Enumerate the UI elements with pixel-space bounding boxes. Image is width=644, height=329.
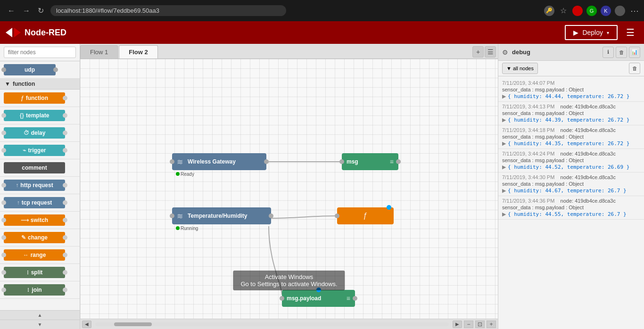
node-item-split[interactable]: ⫶ split	[0, 264, 80, 281]
ext-icon-3[interactable]: K	[601, 6, 611, 16]
forward-button[interactable]: →	[20, 6, 33, 16]
wireless-gateway-port-right	[264, 159, 269, 164]
debug-chart-button[interactable]: 📊	[629, 47, 640, 58]
node-item-comment[interactable]: comment	[0, 159, 80, 177]
debug-value-4: { humidity: 44.52, temperature: 26.69 }	[508, 164, 629, 170]
debug-value-6: { humidity: 44.55, temperature: 26.7 }	[508, 211, 627, 217]
star-icon[interactable]: ☆	[558, 6, 569, 16]
node-tcp-label: tcp request	[22, 199, 52, 206]
node-item-tcp-request[interactable]: ↑ tcp request	[0, 194, 80, 212]
all-nodes-button[interactable]: ▼ all nodes	[502, 63, 538, 74]
back-button[interactable]: ←	[5, 6, 18, 16]
node-item-function[interactable]: ƒ function	[0, 90, 80, 107]
node-delay-label: delay	[31, 130, 46, 136]
node-item-udp[interactable]: udp	[0, 61, 80, 79]
debug-entry-5: 7/11/2019, 3:44:30 PM node: 419db4ce.d8c…	[498, 173, 644, 196]
debug-node-5: node: 419db4ce.d8ca3c	[561, 174, 616, 180]
node-split-label: split	[31, 269, 43, 276]
payload-label: msg.payload	[287, 295, 344, 302]
debug-entry-3: 7/11/2019, 3:44:18 PM node: 419db4ce.d8c…	[498, 125, 644, 149]
zoom-fit-btn[interactable]: ⊡	[475, 321, 485, 328]
debug-data-3: ▶ { humidity: 44.35, temperature: 26.72 …	[502, 140, 640, 147]
debug-clear-button[interactable]: 🗑	[616, 47, 627, 58]
wireless-gateway-node[interactable]: ≋ Wireless Gateway Ready	[172, 153, 266, 170]
category-label: function	[13, 81, 35, 87]
node-change-label: change	[28, 234, 48, 241]
deploy-button[interactable]: ▶ Deploy ▾	[565, 25, 618, 40]
debug-source-4: sensor_data : msg.payload : Object	[502, 157, 640, 163]
node-item-delay[interactable]: ⏱ delay	[0, 124, 80, 142]
debug-title: debug	[512, 49, 601, 56]
debug-data-2: ▶ { humidity: 44.39, temperature: 26.72 …	[502, 117, 640, 123]
sidebar-scroll-up[interactable]: ▲	[0, 310, 80, 320]
zoom-out-btn[interactable]: −	[464, 321, 473, 328]
debug-data-6: ▶ { humidity: 44.55, temperature: 26.7 }	[502, 211, 640, 217]
debug-timestamp-2: 7/11/2019, 3:44:13 PM node: 419db4ce.d8c…	[502, 104, 640, 109]
function-selected-dot	[387, 205, 391, 210]
tabs-bar: Flow 1 Flow 2 + ☰	[80, 44, 498, 59]
debug-timestamp-5: 7/11/2019, 3:44:30 PM node: 419db4ce.d8c…	[502, 174, 640, 180]
tab-flow2[interactable]: Flow 2	[119, 45, 157, 58]
debug-arrow-6[interactable]: ▶	[502, 211, 506, 217]
node-item-switch[interactable]: ⟶ switch	[0, 212, 80, 229]
debug-value-1: { humidity: 44.44, temperature: 26.72 }	[508, 93, 629, 99]
debug-delete-button[interactable]: 🗑	[629, 63, 640, 74]
url-bar[interactable]: localhost:1880/#flow/7eddbe69.50aa3	[50, 5, 286, 16]
debug-arrow-3[interactable]: ▶	[502, 140, 506, 147]
function-node[interactable]: ƒ	[337, 207, 389, 224]
hamburger-menu[interactable]: ☰	[622, 25, 638, 40]
msg-node[interactable]: msg ≡	[342, 153, 396, 170]
add-tab-button[interactable]: +	[472, 46, 484, 58]
refresh-button[interactable]: ↻	[35, 5, 47, 16]
debug-arrow-2[interactable]: ▶	[502, 117, 506, 123]
debug-arrow-4[interactable]: ▶	[502, 164, 506, 170]
temp-port-right	[269, 214, 273, 218]
filter-nodes-input[interactable]	[4, 47, 76, 58]
ext-icon-1[interactable]	[572, 6, 583, 16]
node-item-range[interactable]: ↔ range	[0, 247, 80, 264]
debug-node-3: node: 419db4ce.d8ca3c	[561, 127, 616, 133]
wireless-gateway-port-left	[170, 159, 174, 164]
tab-flow1[interactable]: Flow 1	[80, 45, 118, 58]
scroll-left-btn[interactable]: ◀	[82, 321, 91, 328]
nr-title: Node-RED	[25, 28, 66, 38]
more-icon[interactable]: ⋯	[629, 6, 639, 16]
node-item-change[interactable]: ✎ change	[0, 229, 80, 247]
sidebar-scroll-down[interactable]: ▼	[0, 320, 80, 329]
node-join-label: join	[32, 287, 41, 293]
node-template-label: template	[26, 112, 49, 119]
debug-arrow-5[interactable]: ▶	[502, 188, 506, 194]
zoom-in-btn[interactable]: +	[487, 321, 496, 328]
node-item-http-request[interactable]: ↑ http request	[0, 177, 80, 194]
node-item-template[interactable]: {} template	[0, 107, 80, 124]
temp-status-label: Running	[181, 226, 198, 231]
debug-data-4: ▶ { humidity: 44.52, temperature: 26.69 …	[502, 164, 640, 170]
temp-humidity-node[interactable]: ≋ Temperature/Humidity Running	[172, 207, 271, 224]
ext-icon-2[interactable]: G	[586, 6, 597, 16]
browser-icons: 🔑 ☆ G K ⋯	[544, 6, 639, 16]
ext-icon-4[interactable]	[615, 6, 625, 16]
flow-canvas[interactable]: ≋ Wireless Gateway Ready msg ≡	[80, 59, 498, 319]
debug-info-button[interactable]: ℹ	[603, 47, 614, 58]
temp-port-left	[170, 214, 174, 218]
debug-content: 7/11/2019, 3:44:07 PM sensor_data : msg.…	[498, 76, 644, 329]
scroll-right-btn[interactable]: ▶	[453, 321, 462, 328]
debug-arrow-1[interactable]: ▶	[502, 93, 506, 99]
msg-payload-node[interactable]: msg.payload ≡	[282, 290, 355, 307]
payload-port-right	[353, 296, 357, 301]
category-function[interactable]: ▼ function	[0, 79, 80, 90]
node-item-join[interactable]: ⫶ join	[0, 281, 80, 299]
payload-port-left	[280, 296, 284, 301]
debug-source-2: sensor_data : msg.payload : Object	[502, 110, 640, 116]
debug-node-4: node: 419db4ce.d8ca3c	[561, 151, 616, 156]
zoom-controls: − ⊡ +	[464, 321, 496, 328]
list-tabs-button[interactable]: ☰	[485, 46, 496, 58]
debug-entry-4: 7/11/2019, 3:44:24 PM node: 419db4ce.d8c…	[498, 149, 644, 173]
node-item-trigger[interactable]: ⌁ trigger	[0, 142, 80, 159]
nr-header: Node-RED ▶ Deploy ▾ ☰	[0, 21, 644, 44]
canvas-bottom: ◀ ▶ − ⊡ +	[80, 319, 498, 329]
debug-source-6: sensor_data : msg.payload : Object	[502, 205, 640, 210]
node-comment-label: comment	[22, 164, 47, 171]
key-icon[interactable]: 🔑	[544, 6, 554, 16]
scroll-thumb[interactable]	[114, 322, 152, 326]
